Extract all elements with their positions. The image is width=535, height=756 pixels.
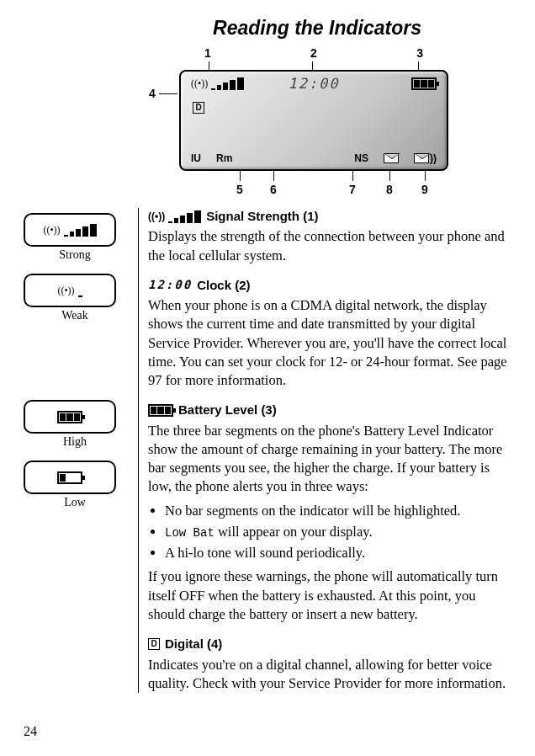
digital-heading: Digital (4) bbox=[165, 636, 222, 652]
callout-9: 9 bbox=[421, 183, 428, 196]
battery-heading: Battery Level (3) bbox=[178, 402, 277, 418]
ns-indicator: NS bbox=[354, 152, 368, 164]
callout-1: 1 bbox=[204, 46, 211, 60]
main-content: ((•)) Signal Strength (1) Displays the s… bbox=[133, 208, 510, 693]
page-title: Reading the Indicators bbox=[124, 17, 510, 40]
section-signal: ((•)) Signal Strength (1) Displays the s… bbox=[148, 208, 510, 265]
rm-indicator: Rm bbox=[216, 152, 232, 164]
battery-low-label: Low bbox=[24, 496, 126, 509]
digital-indicator-icon: D bbox=[193, 102, 204, 114]
clock-icon: 12:00 bbox=[148, 277, 192, 293]
signal-strong-example: ((•)) bbox=[24, 213, 116, 247]
callout-4: 4 bbox=[149, 87, 156, 100]
battery-body: The three bar segments on the phone's Ba… bbox=[148, 422, 510, 497]
battery-bullets: No bar segments on the indicator will be… bbox=[148, 502, 510, 563]
battery-low-example bbox=[24, 461, 116, 494]
section-clock: 12:00 Clock (2) When your phone is on a … bbox=[148, 277, 510, 391]
signal-heading: Signal Strength (1) bbox=[206, 208, 318, 225]
callout-8: 8 bbox=[386, 183, 393, 196]
clock-body: When your phone is on a CDMA digital net… bbox=[148, 296, 510, 390]
message-icon bbox=[384, 153, 399, 163]
clock-readout: 12:00 bbox=[273, 75, 354, 92]
battery-icon bbox=[411, 77, 437, 90]
voicemail-icon bbox=[414, 153, 429, 163]
phone-display-diagram: 1 2 3 4 ((•)) 12:00 bbox=[179, 46, 448, 200]
section-digital: D Digital (4) Indicates you're on a digi… bbox=[148, 636, 510, 693]
list-item: No bar segments on the indicator will be… bbox=[165, 502, 510, 520]
callout-6: 6 bbox=[270, 183, 277, 196]
callout-2: 2 bbox=[310, 46, 317, 60]
list-item: Low Bat will appear on your display. bbox=[165, 523, 510, 541]
callout-7: 7 bbox=[349, 183, 356, 196]
signal-body: Displays the strength of the connection … bbox=[148, 227, 510, 265]
signal-strong-label: Strong bbox=[24, 248, 126, 262]
clock-heading: Clock (2) bbox=[197, 277, 250, 294]
left-examples-column: ((•)) Strong ((•)) Weak High Low bbox=[24, 208, 133, 693]
iu-indicator: IU bbox=[191, 152, 201, 164]
digital-indicator-icon: D bbox=[148, 638, 160, 650]
battery-high-label: High bbox=[24, 435, 126, 449]
battery-after: If you ignore these warnings, the phone … bbox=[148, 567, 510, 624]
phone-screen: ((•)) 12:00 D IU Rm NS bbox=[179, 70, 448, 171]
signal-strength-icon: ((•)) bbox=[191, 77, 273, 90]
battery-icon bbox=[148, 404, 173, 417]
page-number: 24 bbox=[24, 724, 37, 739]
section-battery: Battery Level (3) The three bar segments… bbox=[148, 402, 510, 624]
battery-high-example bbox=[24, 400, 116, 434]
signal-weak-example: ((•)) bbox=[24, 274, 116, 307]
signal-weak-label: Weak bbox=[24, 309, 126, 322]
callout-3: 3 bbox=[416, 46, 423, 60]
signal-strength-icon: ((•)) bbox=[148, 210, 201, 223]
callout-5: 5 bbox=[236, 183, 243, 196]
digital-body: Indicates you're on a digital channel, a… bbox=[148, 656, 510, 694]
list-item: A hi-lo tone will sound periodically. bbox=[165, 544, 510, 562]
